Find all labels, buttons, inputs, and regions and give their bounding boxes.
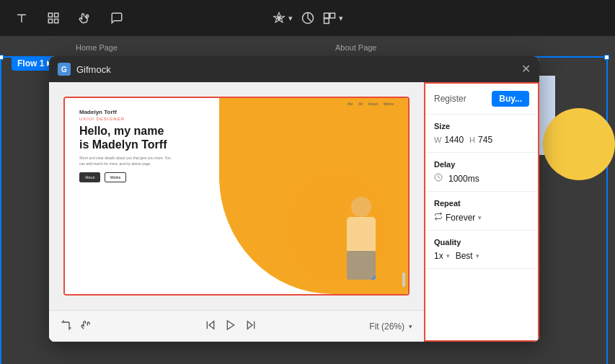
svg-rect-4 bbox=[48, 19, 52, 23]
mockup-buttons: About Works bbox=[79, 172, 173, 182]
hand-tool-icon[interactable] bbox=[75, 8, 95, 28]
dialog-close-button[interactable]: ✕ bbox=[521, 63, 531, 75]
top-toolbar: ▾ ▾ bbox=[0, 0, 615, 36]
svg-rect-2 bbox=[48, 13, 52, 17]
website-mockup: Abi Alt About Works Madelyn Torff UX/UI … bbox=[65, 98, 408, 294]
selection-handle-tr[interactable] bbox=[604, 55, 609, 60]
zoom-chevron: ▾ bbox=[409, 323, 412, 330]
quality-dropdown[interactable]: Best ▾ bbox=[456, 251, 479, 261]
comment-tool-icon[interactable] bbox=[107, 8, 127, 28]
svg-rect-5 bbox=[55, 19, 58, 23]
svg-marker-16 bbox=[247, 321, 252, 329]
scale-value: 1x bbox=[434, 251, 443, 261]
preview-tools-center bbox=[205, 319, 257, 334]
theme-toggle[interactable] bbox=[301, 12, 314, 25]
repeat-dropdown[interactable]: Forever ▾ bbox=[434, 212, 529, 223]
quality-section: Quality 1x ▾ Best ▾ bbox=[425, 231, 538, 269]
svg-rect-8 bbox=[324, 13, 329, 18]
svg-rect-10 bbox=[324, 19, 329, 24]
scale-chevron: ▾ bbox=[446, 252, 450, 259]
window-menu[interactable]: ▾ bbox=[323, 12, 343, 25]
delay-section: Delay 1000ms bbox=[425, 153, 538, 192]
svg-rect-3 bbox=[55, 13, 58, 17]
nav-abi: Abi bbox=[348, 102, 353, 106]
quality-label: Quality bbox=[434, 238, 529, 247]
mockup-scrollbar[interactable] bbox=[402, 272, 405, 287]
width-field: W 1440 bbox=[434, 135, 464, 145]
size-section: Size W 1440 H 745 bbox=[425, 115, 538, 153]
gifmock-logo: G bbox=[58, 63, 71, 76]
repeat-label: Repeat bbox=[434, 199, 529, 208]
nav-alt: Alt bbox=[358, 102, 363, 106]
size-row: W 1440 H 745 bbox=[434, 135, 529, 145]
canvas-area: Home Page About Page Flow 1 Flow 2 Madel… bbox=[0, 36, 615, 364]
svg-rect-9 bbox=[329, 13, 335, 18]
settings-panel: Register Buy... Size W 1440 H 745 bbox=[424, 82, 539, 342]
toolbar-center: ▾ ▾ bbox=[273, 12, 343, 25]
svg-marker-15 bbox=[227, 321, 234, 329]
clock-icon bbox=[434, 173, 443, 184]
svg-marker-13 bbox=[209, 321, 214, 329]
plugin-menu[interactable]: ▾ bbox=[273, 12, 293, 25]
text-tool-icon[interactable] bbox=[12, 8, 32, 28]
preview-bottom-toolbar: Fit (26%) ▾ bbox=[49, 310, 424, 342]
preview-tools-left bbox=[61, 319, 92, 333]
width-value[interactable]: 1440 bbox=[444, 135, 464, 145]
mockup-name: Madelyn Torff bbox=[79, 109, 173, 115]
flow1-label: Flow 1 bbox=[17, 58, 44, 68]
settings-header: Register Buy... bbox=[425, 84, 538, 115]
mockup-btn-works[interactable]: Works bbox=[105, 172, 126, 182]
mockup-body: Short and clear details about you that g… bbox=[79, 156, 173, 167]
nav-works: Works bbox=[384, 102, 394, 106]
nav-about: About bbox=[368, 102, 378, 106]
dialog-title-text: Gifmock bbox=[76, 64, 111, 75]
repeat-section: Repeat Forever ▾ bbox=[425, 192, 538, 231]
dialog-content: Abi Alt About Works Madelyn Torff UX/UI … bbox=[49, 82, 539, 342]
about-page-label: About Page bbox=[335, 43, 377, 52]
crop-tool-icon[interactable] bbox=[61, 319, 72, 333]
scale-dropdown[interactable]: 1x ▾ bbox=[434, 251, 450, 261]
home-page-label: Home Page bbox=[76, 43, 118, 52]
buy-button[interactable]: Buy... bbox=[492, 91, 529, 107]
quality-chevron: ▾ bbox=[476, 252, 479, 259]
mockup-btn-about[interactable]: About bbox=[79, 172, 100, 182]
delay-value[interactable]: 1000ms bbox=[448, 174, 479, 184]
size-label: Size bbox=[434, 122, 529, 130]
height-label: H bbox=[469, 136, 475, 144]
svg-point-6 bbox=[277, 17, 280, 20]
selection-handle-tl[interactable] bbox=[0, 55, 4, 60]
width-label: W bbox=[434, 136, 441, 144]
prev-frame-button[interactable] bbox=[205, 319, 216, 334]
zoom-label: Fit (26%) bbox=[369, 321, 404, 332]
preview-frame: Abi Alt About Works Madelyn Torff UX/UI … bbox=[63, 97, 410, 296]
repeat-icon bbox=[434, 212, 443, 223]
frame-tool-icon[interactable] bbox=[43, 8, 63, 28]
mockup-nav: Abi Alt About Works bbox=[348, 102, 394, 106]
gifmock-dialog: G Gifmock ✕ Abi Alt bbox=[49, 56, 539, 342]
quality-row: 1x ▾ Best ▾ bbox=[434, 251, 529, 261]
dialog-title-left: G Gifmock bbox=[58, 63, 111, 76]
play-button[interactable] bbox=[225, 319, 236, 334]
zoom-control[interactable]: Fit (26%) ▾ bbox=[369, 321, 412, 332]
dialog-titlebar: G Gifmock ✕ bbox=[49, 56, 539, 82]
register-button[interactable]: Register bbox=[434, 94, 466, 104]
delay-label: Delay bbox=[434, 160, 529, 169]
bg-avatar bbox=[543, 108, 615, 180]
mockup-heading: Hello, my name is Madelyn Torff bbox=[79, 124, 173, 151]
height-value[interactable]: 745 bbox=[478, 135, 492, 145]
repeat-chevron: ▾ bbox=[478, 214, 482, 221]
mockup-tag: UX/UI DESIGNER bbox=[79, 117, 173, 121]
repeat-value: Forever bbox=[446, 213, 475, 223]
pan-tool-icon[interactable] bbox=[81, 319, 92, 333]
preview-area: Abi Alt About Works Madelyn Torff UX/UI … bbox=[49, 82, 424, 342]
delay-row: 1000ms bbox=[434, 173, 529, 184]
quality-value: Best bbox=[456, 251, 473, 261]
next-frame-button[interactable] bbox=[245, 319, 257, 334]
mockup-text-area: Madelyn Torff UX/UI DESIGNER Hello, my n… bbox=[79, 109, 173, 182]
height-field: H 745 bbox=[469, 135, 492, 145]
